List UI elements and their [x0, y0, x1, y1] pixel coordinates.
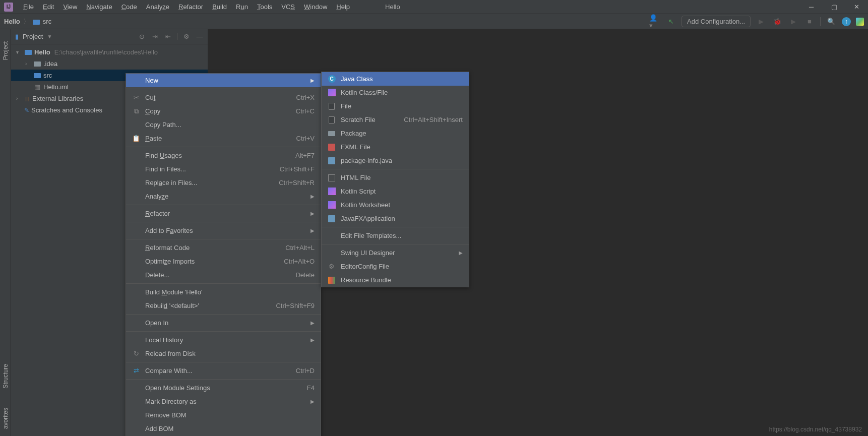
- ctx-openin[interactable]: Open In▶: [126, 316, 321, 330]
- menu-vcs[interactable]: VCS: [277, 1, 299, 13]
- maximize-button[interactable]: ▢: [823, 0, 845, 14]
- ctx-reformat[interactable]: Reformat CodeCtrl+Alt+L: [126, 241, 321, 255]
- update-icon[interactable]: ↑: [842, 17, 851, 26]
- gear-icon[interactable]: ⚙: [182, 33, 191, 40]
- sub-javaclass[interactable]: CJava Class: [322, 72, 469, 86]
- ctx-modset[interactable]: Open Module SettingsF4: [126, 381, 321, 395]
- ctx-findinfiles[interactable]: Find in Files...Ctrl+Shift+F: [126, 162, 321, 176]
- ctx-markdir[interactable]: Mark Directory as▶: [126, 395, 321, 408]
- sub-kotlinclass[interactable]: Kotlin Class/File: [322, 86, 469, 99]
- sub-pkginfo[interactable]: package-info.java: [322, 154, 469, 167]
- ctx-addbom[interactable]: Add BOM: [126, 422, 321, 435]
- ctx-replaceinfiles[interactable]: Replace in Files...Ctrl+Shift+R: [126, 176, 321, 190]
- sub-resbundle[interactable]: Resource Bundle: [322, 273, 469, 287]
- module-file-icon: ▦: [33, 83, 41, 91]
- menu-navigate[interactable]: Navigate: [82, 1, 116, 13]
- ctx-removebom[interactable]: Remove BOM: [126, 408, 321, 422]
- coverage-icon[interactable]: ▶: [788, 16, 799, 27]
- sidebar-tab-project[interactable]: Project: [2, 39, 9, 62]
- menu-window[interactable]: Window: [300, 1, 331, 13]
- project-label[interactable]: Project: [23, 33, 43, 40]
- tree-root-label: Hello: [34, 48, 50, 56]
- ctx-findusages[interactable]: Find UsagesAlt+F7: [126, 149, 321, 162]
- ctx-reload[interactable]: ↻Reload from Disk: [126, 347, 321, 360]
- sub-html[interactable]: HTML File: [322, 171, 469, 184]
- project-folder-icon: [25, 50, 32, 55]
- expand-icon[interactable]: ⇥: [151, 33, 159, 40]
- ctx-cut[interactable]: ✂CutCtrl+X: [126, 91, 321, 104]
- menu-refactor[interactable]: Refactor: [174, 1, 207, 13]
- menu-view[interactable]: View: [59, 1, 81, 13]
- menu-analyze[interactable]: Analyze: [142, 1, 173, 13]
- menu-help[interactable]: Help: [332, 1, 354, 13]
- tree-root[interactable]: ▾ Hello E:\chaos\javafile\runfile\codes\…: [11, 46, 208, 58]
- chevron-right-icon[interactable]: ›: [16, 96, 22, 101]
- html-icon: [328, 174, 335, 181]
- breadcrumb: Hello 〉 src: [4, 17, 51, 26]
- menu-build[interactable]: Build: [208, 1, 231, 13]
- ctx-localhist[interactable]: Local History▶: [126, 333, 321, 347]
- scratch-icon: ✎: [24, 107, 29, 114]
- user-add-icon[interactable]: 👤▾: [649, 16, 660, 27]
- toolbar: Hello 〉 src 👤▾ ↖ Add Configuration... ▶ …: [0, 14, 868, 29]
- ctx-delete[interactable]: Delete...Delete: [126, 268, 321, 282]
- menu-file[interactable]: File: [19, 1, 38, 13]
- debug-icon[interactable]: 🐞: [772, 16, 783, 27]
- sidebar-tab-structure[interactable]: Structure: [2, 362, 9, 391]
- sub-file[interactable]: File: [322, 99, 469, 113]
- menu-edit[interactable]: Edit: [39, 1, 58, 13]
- breadcrumb-src[interactable]: src: [43, 18, 51, 25]
- run-icon[interactable]: ▶: [756, 16, 767, 27]
- sub-fxml[interactable]: FXML File: [322, 140, 469, 154]
- collapse-icon[interactable]: ⇤: [164, 33, 172, 40]
- left-gutter: Project Structure avorites: [0, 29, 11, 436]
- chevron-down-icon[interactable]: ▾: [16, 49, 22, 55]
- chevron-down-icon[interactable]: ▼: [47, 34, 52, 39]
- ctx-refactor[interactable]: Refactor▶: [126, 207, 321, 220]
- kotlin-script-icon: [328, 188, 336, 195]
- run-config-select[interactable]: Add Configuration...: [681, 16, 751, 27]
- menu-run[interactable]: Run: [232, 1, 252, 13]
- sub-package[interactable]: Package: [322, 127, 469, 140]
- ctx-optimize[interactable]: Optimize ImportsCtrl+Alt+O: [126, 255, 321, 268]
- new-submenu: CJava Class Kotlin Class/File File Scrat…: [321, 72, 469, 287]
- ctx-analyze[interactable]: Analyze▶: [126, 190, 321, 203]
- ctx-compare[interactable]: ⇄Compare With...Ctrl+D: [126, 364, 321, 378]
- library-icon: ⫼: [24, 95, 30, 102]
- sub-templates[interactable]: Edit File Templates...: [322, 229, 469, 242]
- copy-icon: ⧉: [132, 107, 140, 115]
- java-icon: [328, 157, 335, 164]
- breadcrumb-root[interactable]: Hello: [4, 18, 20, 25]
- menu-tools[interactable]: Tools: [253, 1, 276, 13]
- ctx-copy[interactable]: ⧉CopyCtrl+C: [126, 104, 321, 118]
- ctx-addfav[interactable]: Add to Favorites▶: [126, 224, 321, 237]
- sub-scratch[interactable]: Scratch FileCtrl+Alt+Shift+Insert: [322, 113, 469, 127]
- sub-kscript[interactable]: Kotlin Script: [322, 184, 469, 198]
- breadcrumb-sep-icon: 〉: [23, 17, 30, 26]
- minimize-button[interactable]: ─: [800, 0, 823, 14]
- sidebar-tab-favorites[interactable]: avorites: [2, 406, 9, 431]
- close-button[interactable]: ✕: [845, 0, 868, 14]
- reload-icon: ↻: [132, 350, 140, 357]
- sub-javafx[interactable]: JavaFXApplication: [322, 212, 469, 225]
- stop-icon[interactable]: ■: [804, 16, 815, 27]
- ctx-rebuild[interactable]: Rebuild '<default>'Ctrl+Shift+F9: [126, 299, 321, 313]
- hammer-icon[interactable]: ↖: [665, 16, 676, 27]
- sub-kworksheet[interactable]: Kotlin Worksheet: [322, 198, 469, 212]
- menu-code[interactable]: Code: [117, 1, 141, 13]
- locate-icon[interactable]: ⊙: [138, 33, 146, 40]
- hide-icon[interactable]: —: [196, 33, 204, 40]
- gear-icon: ⚙: [328, 263, 336, 270]
- ctx-new[interactable]: New▶: [126, 74, 321, 87]
- sub-swing[interactable]: Swing UI Designer▶: [322, 246, 469, 260]
- resource-bundle-icon: [328, 277, 335, 284]
- tree-idea[interactable]: › .idea: [11, 58, 208, 70]
- search-icon[interactable]: 🔍: [826, 16, 837, 27]
- marketplace-icon[interactable]: [856, 18, 864, 26]
- chevron-right-icon[interactable]: ›: [25, 61, 31, 67]
- sub-editorconfig[interactable]: ⚙EditorConfig File: [322, 260, 469, 273]
- ctx-paste[interactable]: 📋PasteCtrl+V: [126, 132, 321, 145]
- ctx-buildmod[interactable]: Build Module 'Hello': [126, 285, 321, 299]
- scratch-file-icon: [329, 116, 335, 123]
- ctx-copypath[interactable]: Copy Path...: [126, 118, 321, 132]
